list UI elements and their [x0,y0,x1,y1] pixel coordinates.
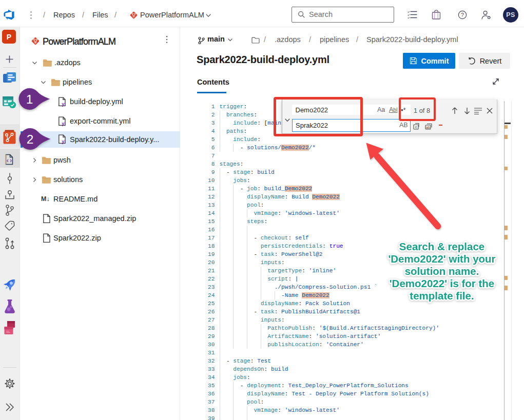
svg-text:?: ? [461,12,464,18]
svg-text:y:: y: [62,102,66,107]
svg-text:ab: ab [426,126,430,129]
svg-text:y:: y: [62,121,66,126]
svg-text:c: c [415,125,417,129]
svg-text:y:: y: [62,139,66,144]
